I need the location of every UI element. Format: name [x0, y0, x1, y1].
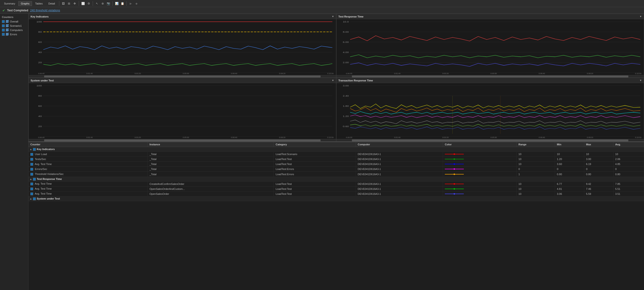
cell-counter: Avg. Test Time	[28, 186, 148, 191]
cell-instance: _Total	[148, 167, 274, 172]
legend-dot	[454, 168, 455, 170]
chart-transaction-response-time-body: 3.00 2.40 1.80 1.20 0.60	[336, 83, 644, 139]
toolbar-btn-settings[interactable]: ⚙	[86, 1, 91, 6]
col-min: Min	[555, 142, 584, 147]
toolbar-btn-zoom-select[interactable]: ⬜	[80, 1, 86, 6]
tab-tables[interactable]: Tables	[32, 1, 45, 6]
cell-avg: 4.85	[613, 162, 644, 167]
cell-range: 10	[516, 186, 555, 191]
legend-dot	[454, 158, 455, 160]
group-collapse-icon[interactable]: ▲	[30, 177, 32, 180]
row-checkbox[interactable]	[30, 192, 33, 195]
sidebar-label-errors: Errors	[10, 33, 17, 36]
toolbar: Summary Graphs Tables Detail 🖼 ⊞ ✥ ⬜ ⚙ ↖…	[0, 0, 644, 7]
toolbar-btn-excel1[interactable]: 📊	[114, 1, 119, 6]
cell-avg: 3.51	[613, 191, 644, 196]
cell-counter: Threshold Violations/Sec	[28, 172, 148, 177]
data-table-area: Counter Instance Category Computer Color…	[28, 142, 644, 290]
toolbar-btn-image[interactable]: 🖼	[61, 1, 66, 6]
cell-max: 9.42	[584, 181, 613, 186]
cell-computer: DEVE041D616A3-1	[356, 152, 443, 157]
chart-system-under-test-dropdown[interactable]: ▼	[332, 79, 334, 82]
table-group-header[interactable]: ▲Test Response Time	[28, 177, 644, 181]
cell-max: 3.00	[584, 157, 613, 162]
chart-test-response-time-dropdown[interactable]: ▼	[640, 15, 642, 18]
cell-counter: User Load	[28, 152, 148, 157]
chart-transaction-response-time-dropdown[interactable]: ▼	[640, 79, 642, 82]
table-row[interactable]: Errors/Sec _TotalLoadTest:ErrorsDEVE041D…	[28, 167, 644, 172]
sidebar-checkbox-scenario1[interactable]	[2, 24, 5, 27]
chart-test-response-time-titlebar: Test Response Time ▼	[336, 14, 644, 19]
sidebar-header: Counters	[0, 14, 28, 19]
cell-instance: _Total	[148, 172, 274, 177]
chart-transaction-response-time-scrollbar[interactable]	[336, 139, 644, 141]
table-row[interactable]: Avg. Test Time CreateAndConfirmSalesOrde…	[28, 181, 644, 186]
group-collapse-icon[interactable]: ▲	[30, 148, 32, 150]
row-checkbox[interactable]	[30, 182, 33, 185]
chart-system-under-test-scrollbar[interactable]	[29, 139, 336, 141]
cell-min: 4.81	[555, 186, 584, 191]
chart-key-indicators-dropdown[interactable]: ▼	[332, 15, 334, 18]
sidebar-item-computers[interactable]: Computers	[0, 28, 28, 32]
toolbar-btn-camera[interactable]: 📷	[106, 1, 111, 6]
data-table: Counter Instance Category Computer Color…	[28, 142, 644, 201]
tab-graphs[interactable]: Graphs	[18, 1, 32, 6]
row-checkbox[interactable]	[30, 187, 33, 190]
table-group-header[interactable]: ▲Key Indicators	[28, 147, 644, 152]
cell-range: 10	[516, 181, 555, 186]
cell-color	[443, 181, 516, 186]
toolbar-btn-pointer[interactable]: ↖	[94, 1, 100, 6]
row-checkbox[interactable]	[30, 173, 33, 176]
sidebar-checkbox-errors[interactable]	[2, 33, 5, 36]
sidebar-item-errors[interactable]: Errors	[0, 32, 28, 36]
toolbar-separator-1	[59, 1, 59, 6]
chart-test-response-time-body: 10.0 8.00 6.00 4.00 2.00 0:00:00	[336, 19, 644, 75]
cell-min: 10	[555, 152, 584, 157]
svg-text:8.00: 8.00	[343, 30, 349, 33]
cell-color	[443, 162, 516, 167]
table-row[interactable]: User Load _TotalLoadTest:ScenarioDEVE041…	[28, 152, 644, 157]
sidebar-label-computers: Computers	[10, 29, 23, 31]
row-checkbox[interactable]	[30, 158, 33, 161]
tab-summary[interactable]: Summary	[2, 1, 18, 6]
chart-system-under-test-body: 100 80 60 40 20 0:00:00 0:01:40 0:03:20 …	[29, 83, 336, 139]
sidebar-checkbox-overall[interactable]	[2, 20, 5, 23]
chart-system-under-test-title: System under Test	[30, 79, 54, 82]
chart-system-under-test-titlebar: System under Test ▼	[29, 78, 336, 83]
cell-counter: Tests/Sec	[28, 157, 148, 162]
table-row[interactable]: Avg. Test Time _TotalLoadTest:TestDEVE04…	[28, 162, 644, 167]
cell-avg: 0.80	[613, 172, 644, 177]
toolbar-btn-grid[interactable]: ⊞	[66, 1, 72, 6]
svg-text:100: 100	[36, 84, 42, 87]
row-checkbox[interactable]	[30, 168, 33, 171]
toolbar-btn-crosshair[interactable]: ⊕	[100, 1, 105, 6]
row-checkbox[interactable]	[30, 153, 33, 156]
table-group-header[interactable]: ▲System under Test	[28, 196, 644, 201]
toolbar-btn-move[interactable]: ✥	[72, 1, 77, 6]
table-row[interactable]: Threshold Violations/Sec _TotalLoadTest:…	[28, 172, 644, 177]
cell-min: 3.06	[555, 191, 584, 196]
cell-color	[443, 167, 516, 172]
table-row[interactable]: Tests/Sec _TotalLoadTest:TestDEVE041D616…	[28, 157, 644, 162]
cell-color	[443, 172, 516, 177]
sidebar-item-scenario1[interactable]: Scenario1	[0, 24, 28, 28]
violations-link[interactable]: 240 threshold violations	[30, 9, 60, 12]
chart-system-under-test-svg: 100 80 60 40 20	[29, 83, 336, 139]
cell-min: 0.80	[555, 172, 584, 177]
toolbar-btn-excel2[interactable]: 📋	[120, 1, 125, 6]
svg-text:20: 20	[38, 125, 42, 128]
sidebar-label-overall: Overall	[10, 20, 18, 23]
chart-transaction-response-time-title: Transaction Response Time	[338, 79, 373, 82]
row-checkbox[interactable]	[30, 163, 33, 166]
cell-avg: 2.06	[613, 157, 644, 162]
sidebar-checkbox-computers[interactable]	[2, 29, 5, 31]
chart-key-indicators-scrollbar[interactable]	[29, 75, 336, 77]
sidebar-item-overall[interactable]: Overall	[0, 19, 28, 24]
cell-avg: 7.85	[613, 181, 644, 186]
chart-test-response-time-scrollbar[interactable]	[336, 75, 644, 77]
table-row[interactable]: Avg. Test Time OpenSalesOrderLoadTest:Te…	[28, 191, 644, 196]
group-collapse-icon[interactable]: ▲	[30, 197, 32, 200]
table-row[interactable]: Avg. Test Time OpenSalesOrderAndCustom..…	[28, 186, 644, 191]
cell-category: LoadTest:Errors	[274, 172, 356, 177]
tab-detail[interactable]: Detail	[46, 1, 58, 6]
